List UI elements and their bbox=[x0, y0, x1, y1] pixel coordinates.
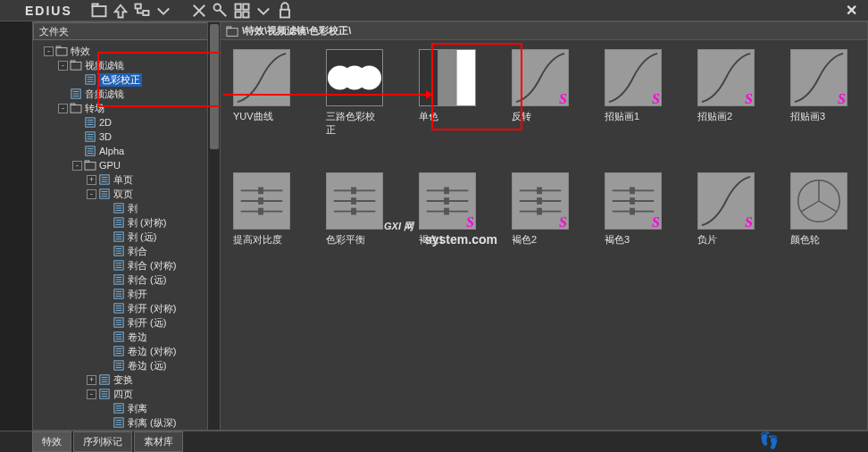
svg-rect-8 bbox=[280, 9, 289, 17]
tree-pane: 文件夹 -特效-视频滤镜色彩校正音频滤镜-转场2D3DAlpha-GPU+单页-… bbox=[33, 22, 221, 430]
effect-thumb[interactable]: S褐色1 bbox=[419, 172, 476, 247]
tree-item[interactable]: 2D bbox=[33, 115, 220, 130]
tree-item[interactable]: -GPU bbox=[33, 158, 220, 172]
tree-item[interactable]: 剥开 (对称) bbox=[33, 301, 220, 315]
tree-label: 剥离 (纵深) bbox=[128, 416, 176, 430]
svg-rect-5 bbox=[243, 4, 248, 9]
tree-item[interactable]: 剥离 bbox=[33, 401, 220, 415]
tree-label: 卷边 (对称) bbox=[128, 345, 176, 358]
tree-expander[interactable]: + bbox=[87, 175, 96, 185]
svg-rect-143 bbox=[537, 188, 542, 195]
paws-icon: 👣 bbox=[759, 431, 779, 450]
svg-rect-122 bbox=[258, 188, 263, 195]
tree-item[interactable]: +变换 bbox=[33, 372, 220, 387]
tab-library[interactable]: 素材库 bbox=[134, 431, 183, 452]
thumb-label: 颜色轮 bbox=[790, 233, 820, 247]
delete-icon[interactable] bbox=[190, 3, 208, 19]
effect-thumb[interactable]: S负片 bbox=[697, 172, 755, 247]
effect-thumb[interactable]: 颜色轮 bbox=[790, 172, 847, 247]
breadcrumb-bar: \特效\视频滤镜\色彩校正\ bbox=[221, 22, 867, 40]
effects-tree[interactable]: -特效-视频滤镜色彩校正音频滤镜-转场2D3DAlpha-GPU+单页-双页剥剥… bbox=[33, 40, 220, 430]
tree-expander[interactable]: - bbox=[58, 61, 68, 71]
page-icon bbox=[113, 246, 125, 256]
tree-item[interactable]: Alpha bbox=[33, 144, 220, 158]
tree-item[interactable]: 剥合 bbox=[33, 244, 220, 258]
effect-thumb[interactable]: S褐色3 bbox=[605, 172, 662, 247]
effect-thumb[interactable]: 三路色彩校正 bbox=[326, 49, 383, 137]
effect-thumb[interactable]: S招贴画3 bbox=[790, 49, 847, 137]
tree-item[interactable]: -转场 bbox=[33, 101, 220, 115]
tree-scrollbar[interactable] bbox=[207, 22, 220, 430]
tree-label: 变换 bbox=[113, 373, 133, 387]
tree-expander[interactable]: - bbox=[58, 104, 68, 113]
chevron-down-icon[interactable] bbox=[154, 3, 172, 19]
preset-badge: S bbox=[652, 216, 660, 229]
effect-thumb[interactable]: S褐色2 bbox=[512, 172, 569, 247]
tree-expander[interactable]: - bbox=[72, 161, 82, 171]
tree-expander[interactable]: + bbox=[87, 375, 96, 385]
tree-item[interactable]: 卷边 (对称) bbox=[33, 344, 220, 358]
tree-label: 剥离 bbox=[128, 402, 147, 415]
tree-item[interactable]: 剥开 bbox=[33, 287, 220, 301]
tree-item[interactable]: 剥合 (对称) bbox=[33, 258, 220, 272]
tab-markers[interactable]: 序列标记 bbox=[73, 431, 132, 452]
tree-item[interactable]: 3D bbox=[33, 130, 220, 144]
effect-thumb[interactable]: 提高对比度 bbox=[233, 172, 290, 247]
tree-item[interactable]: -特效 bbox=[33, 44, 220, 58]
thumb-preview: S bbox=[512, 49, 569, 106]
page-icon bbox=[84, 117, 96, 128]
tree-label: 剥合 (对称) bbox=[128, 259, 176, 272]
tool-icon[interactable] bbox=[212, 3, 230, 19]
effect-thumb[interactable]: S反转 bbox=[512, 49, 569, 137]
tree-label: 卷边 bbox=[128, 331, 147, 344]
tree-item[interactable]: 卷边 (远) bbox=[33, 358, 220, 372]
tree-label: 剥 bbox=[128, 202, 138, 215]
preset-badge: S bbox=[652, 93, 660, 105]
page-icon bbox=[113, 203, 125, 213]
effect-thumb[interactable]: S招贴画2 bbox=[697, 49, 755, 137]
tree-item[interactable]: 卷边 bbox=[33, 330, 220, 344]
svg-rect-19 bbox=[71, 105, 81, 113]
effect-thumb[interactable]: S招贴画1 bbox=[605, 49, 662, 137]
tree-item[interactable]: 剥 (远) bbox=[33, 230, 220, 244]
preset-badge: S bbox=[466, 216, 474, 229]
tree-item[interactable]: 剥开 (远) bbox=[33, 315, 220, 330]
svg-rect-130 bbox=[351, 197, 356, 205]
tree-item[interactable]: 色彩校正 bbox=[33, 72, 220, 87]
tree-item[interactable]: 剥 (对称) bbox=[33, 215, 220, 230]
preset-badge: S bbox=[559, 93, 567, 105]
tree-expander[interactable]: - bbox=[87, 389, 96, 399]
up-arrow-icon[interactable] bbox=[112, 3, 129, 19]
chevron-down-icon-2[interactable] bbox=[255, 3, 272, 19]
svg-rect-1 bbox=[135, 4, 140, 8]
lock-icon[interactable] bbox=[276, 3, 294, 19]
tree-item[interactable]: 音频滤镜 bbox=[33, 87, 220, 101]
grid-icon[interactable] bbox=[233, 3, 251, 19]
thumb-preview bbox=[233, 172, 290, 230]
effect-thumb[interactable]: 单色 bbox=[419, 49, 476, 137]
breadcrumb-text: \特效\视频滤镜\色彩校正\ bbox=[242, 24, 351, 38]
tree-item[interactable]: -视频滤镜 bbox=[33, 58, 220, 72]
tree-item[interactable]: 剥 bbox=[33, 201, 220, 215]
scroll-thumb[interactable] bbox=[210, 24, 219, 149]
page-icon bbox=[113, 360, 125, 371]
tree-item[interactable]: +单页 bbox=[33, 172, 220, 187]
page-icon bbox=[84, 74, 96, 85]
thumb-label: 褐色2 bbox=[512, 233, 537, 247]
tree-item[interactable]: 剥离 (纵深) bbox=[33, 415, 220, 430]
tree-expander[interactable]: - bbox=[87, 189, 96, 199]
thumb-preview: S bbox=[697, 172, 755, 230]
tree-expander[interactable]: - bbox=[44, 46, 54, 56]
folder-new-icon[interactable] bbox=[90, 3, 108, 19]
tree-item[interactable]: -四页 bbox=[33, 387, 220, 401]
effect-thumb[interactable]: 色彩平衡 bbox=[326, 172, 383, 247]
close-icon[interactable]: ✕ bbox=[842, 2, 861, 19]
effect-thumb[interactable]: YUV曲线 bbox=[233, 49, 290, 137]
tree-icon[interactable] bbox=[133, 3, 151, 19]
tree-item[interactable]: 剥合 (远) bbox=[33, 272, 220, 287]
tab-effects[interactable]: 特效 bbox=[32, 431, 71, 452]
tree-item[interactable]: -双页 bbox=[33, 187, 220, 201]
thumb-label: 招贴画2 bbox=[697, 110, 732, 123]
tree-label: 双页 bbox=[113, 188, 133, 201]
thumb-preview bbox=[419, 49, 476, 106]
